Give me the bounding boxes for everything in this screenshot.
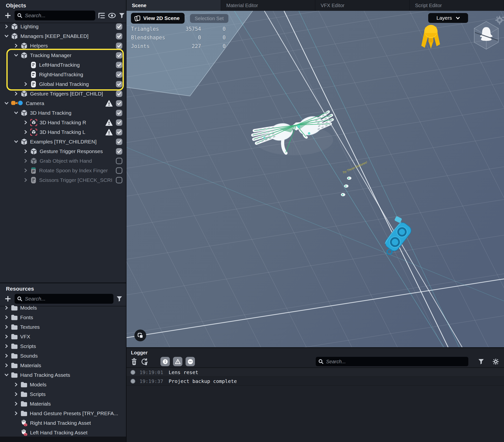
filter-icon[interactable] bbox=[478, 358, 484, 365]
resource-row[interactable]: Left Hand Tracking Asset bbox=[0, 428, 126, 437]
visibility-checkbox[interactable] bbox=[116, 33, 123, 40]
resource-row[interactable]: Textures bbox=[0, 322, 126, 332]
tab-vfx-editor[interactable]: VFX Editor bbox=[315, 0, 410, 11]
chevron-right-icon[interactable] bbox=[14, 392, 20, 396]
tree-row[interactable]: Scissors Trigger [CHECK_SCRI bbox=[0, 175, 126, 185]
tab-script-editor[interactable]: Script Editor bbox=[410, 0, 504, 11]
chevron-down-icon[interactable] bbox=[14, 140, 20, 144]
chevron-down-icon[interactable] bbox=[14, 111, 20, 115]
resource-row[interactable]: Materials bbox=[0, 361, 126, 370]
selection-set-button[interactable]: Selection Set bbox=[190, 14, 228, 23]
resource-row[interactable]: VFX bbox=[0, 332, 126, 341]
chevron-right-icon[interactable] bbox=[14, 92, 20, 96]
tree-row[interactable]: Tracking Manager bbox=[0, 51, 126, 60]
error-filter-button[interactable] bbox=[186, 357, 195, 366]
tab-material-editor[interactable]: Material Editor bbox=[221, 0, 315, 11]
tree-row[interactable]: Examples [TRY_CHILDREN] bbox=[0, 137, 126, 147]
visibility-checkbox[interactable] bbox=[116, 110, 123, 116]
resource-row[interactable]: Sounds bbox=[0, 351, 126, 361]
filter-icon[interactable] bbox=[119, 12, 125, 19]
tree-row[interactable]: Gesture Triggers [EDIT_CHILD] bbox=[0, 89, 126, 98]
resource-row[interactable]: Materials bbox=[0, 399, 126, 408]
chevron-right-icon[interactable] bbox=[14, 402, 20, 406]
visibility-checkbox[interactable] bbox=[116, 138, 123, 145]
chevron-right-icon[interactable] bbox=[24, 149, 30, 153]
eye-icon[interactable] bbox=[108, 12, 116, 19]
tree-row[interactable]: PRotate Spoon by Index Finger bbox=[0, 166, 126, 175]
chevron-right-icon[interactable] bbox=[24, 120, 30, 125]
chevron-right-icon[interactable] bbox=[4, 315, 11, 319]
chevron-down-icon[interactable] bbox=[4, 101, 11, 105]
tree-row[interactable]: 3D Hand Tracking L bbox=[0, 127, 126, 137]
chevron-right-icon[interactable] bbox=[24, 82, 30, 86]
objects-search-input[interactable] bbox=[24, 12, 93, 19]
resource-row[interactable]: Hand Tracking Assets bbox=[0, 370, 126, 380]
resource-row[interactable]: Hand Gesture Presets [TRY_PREFA... bbox=[0, 408, 126, 418]
tree-row[interactable]: Managers [KEEP_ENABLED] bbox=[0, 31, 126, 41]
view-2d-scene-button[interactable]: View 2D Scene bbox=[131, 13, 185, 24]
chevron-right-icon[interactable] bbox=[14, 383, 20, 387]
visibility-checkbox[interactable] bbox=[116, 100, 123, 107]
resource-row[interactable]: Models bbox=[0, 303, 126, 313]
filter-icon[interactable] bbox=[116, 295, 123, 302]
chevron-right-icon[interactable] bbox=[4, 306, 11, 310]
visibility-checkbox[interactable] bbox=[116, 42, 123, 49]
chevron-right-icon[interactable] bbox=[24, 130, 30, 134]
resource-row[interactable]: Right Hand Tracking Asset bbox=[0, 418, 126, 428]
visibility-checkbox[interactable] bbox=[116, 61, 123, 68]
chevron-right-icon[interactable] bbox=[24, 168, 30, 172]
visibility-checkbox[interactable] bbox=[116, 90, 123, 97]
tree-row[interactable]: RightHandTracking bbox=[0, 70, 126, 79]
tree-row[interactable]: Helpers bbox=[0, 41, 126, 51]
chevron-right-icon[interactable] bbox=[4, 354, 11, 358]
log-entry[interactable]: 19:19:37 Project backup complete bbox=[126, 377, 504, 386]
resource-row[interactable]: Models bbox=[0, 380, 126, 389]
visibility-checkbox[interactable] bbox=[116, 81, 123, 88]
tab-scene[interactable]: Scene bbox=[126, 0, 221, 11]
layers-dropdown[interactable]: Layers bbox=[428, 13, 468, 23]
view-mode-toggle-button[interactable] bbox=[134, 330, 146, 341]
tree-row[interactable]: Lighting bbox=[0, 22, 126, 31]
visibility-checkbox[interactable] bbox=[116, 129, 123, 136]
chevron-right-icon[interactable] bbox=[4, 334, 11, 339]
clear-log-trash-icon[interactable] bbox=[131, 358, 137, 365]
chevron-right-icon[interactable] bbox=[4, 344, 11, 348]
chevron-right-icon[interactable] bbox=[4, 363, 11, 368]
clear-on-rebuild-icon[interactable] bbox=[141, 358, 148, 365]
chevron-right-icon[interactable] bbox=[4, 325, 11, 329]
resources-search-input[interactable] bbox=[24, 295, 111, 302]
scene-canvas[interactable]: Try These Gestures! bbox=[126, 11, 504, 347]
tree-view-icon[interactable] bbox=[98, 12, 105, 19]
tree-row[interactable]: Camera bbox=[0, 98, 126, 108]
visibility-checkbox[interactable] bbox=[116, 52, 123, 59]
resource-row[interactable]: Scripts bbox=[0, 389, 126, 399]
chevron-right-icon[interactable] bbox=[24, 159, 30, 163]
gear-icon[interactable] bbox=[492, 358, 499, 365]
visibility-checkbox[interactable] bbox=[116, 167, 123, 174]
tree-row[interactable]: Grab Object with Hand bbox=[0, 156, 126, 166]
resource-row[interactable]: Scripts bbox=[0, 341, 126, 351]
resource-row[interactable]: Fonts bbox=[0, 313, 126, 322]
scene-viewport[interactable]: Try These Gestures! bbox=[126, 11, 504, 347]
tree-row[interactable]: 3D Hand Tracking R bbox=[0, 118, 126, 127]
visibility-checkbox[interactable] bbox=[116, 71, 123, 78]
chevron-down-icon[interactable] bbox=[4, 373, 11, 377]
logger-search-input[interactable] bbox=[325, 359, 466, 365]
chevron-right-icon[interactable] bbox=[14, 44, 20, 48]
add-object-button[interactable] bbox=[4, 12, 12, 19]
visibility-checkbox[interactable] bbox=[116, 23, 123, 30]
info-filter-button[interactable] bbox=[161, 357, 170, 366]
visibility-checkbox[interactable] bbox=[116, 158, 123, 165]
tree-row[interactable]: 3D Hand Tracking bbox=[0, 108, 126, 118]
chevron-right-icon[interactable] bbox=[24, 178, 30, 182]
visibility-checkbox[interactable] bbox=[116, 148, 123, 155]
chevron-down-icon[interactable] bbox=[14, 53, 20, 57]
tree-row[interactable]: LeftHandTracking bbox=[0, 60, 126, 70]
warning-filter-button[interactable] bbox=[173, 357, 182, 366]
chevron-right-icon[interactable] bbox=[4, 24, 11, 29]
tree-row[interactable]: Gesture Trigger Responses bbox=[0, 147, 126, 156]
add-resource-button[interactable] bbox=[4, 295, 12, 303]
log-entry[interactable]: 19:19:01 Lens reset bbox=[126, 368, 504, 377]
visibility-checkbox[interactable] bbox=[116, 177, 123, 184]
chevron-right-icon[interactable] bbox=[14, 411, 20, 415]
